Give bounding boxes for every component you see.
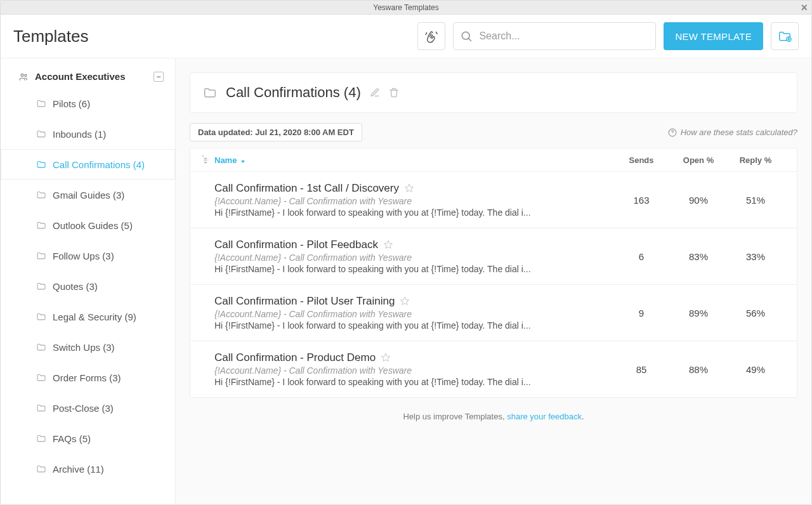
meta-row: Data updated: Jul 21, 2020 8:00 AM EDT H… (190, 123, 797, 141)
template-subject: {!Account.Name} - Call Confirmation with… (214, 253, 613, 263)
folder-plus-icon (778, 30, 792, 43)
template-table: Name Sends Open % Reply % Call Confirmat… (190, 148, 797, 398)
template-preview: Hi {!FirstName} - I look forward to spea… (214, 207, 613, 218)
svg-rect-6 (204, 160, 207, 161)
sidebar-folder-item[interactable]: Legal & Security (9) (1, 301, 175, 332)
sidebar-folder-item[interactable]: Quotes (3) (1, 271, 175, 301)
current-folder-title: Call Confirmations (4) (226, 84, 361, 101)
topbar: Templates NEW TEMPLATE (1, 15, 811, 58)
folder-label: Order Forms (3) (53, 372, 121, 383)
template-name: Call Confirmation - Pilot Feedback (214, 239, 378, 251)
main-panel: Call Confirmations (4) Data updated: Jul… (176, 58, 811, 504)
window-title: Yesware Templates (373, 3, 438, 12)
team-icon (18, 72, 29, 81)
sidebar-folder-item[interactable]: Gmail Guides (3) (1, 180, 175, 210)
search-icon (460, 30, 473, 43)
page-title: Templates (13, 27, 410, 46)
search-field[interactable] (453, 22, 656, 50)
new-folder-button[interactable] (771, 22, 799, 50)
template-reply: 56% (727, 308, 784, 318)
svg-point-5 (202, 155, 204, 157)
star-icon[interactable] (400, 296, 410, 306)
folder-label: Legal & Security (9) (53, 312, 136, 322)
team-header[interactable]: Account Executives − (1, 67, 175, 88)
star-icon[interactable] (381, 353, 391, 363)
star-icon[interactable] (404, 183, 414, 193)
footer-note: Help us improve Templates, share your fe… (190, 412, 797, 421)
folder-label: Quotes (3) (53, 281, 98, 292)
sidebar-folder-item[interactable]: Archive (11) (1, 454, 175, 484)
wave-icon (424, 29, 438, 43)
sidebar: Account Executives − Pilots (6)Inbounds … (1, 58, 176, 504)
folder-label: Follow Ups (3) (53, 251, 114, 261)
folder-label: Call Confirmations (4) (53, 159, 145, 170)
stats-help-link[interactable]: How are these stats calculated? (668, 128, 797, 137)
template-preview: Hi {!FirstName} - I look forward to spea… (214, 377, 613, 387)
folder-label: FAQs (5) (53, 433, 91, 444)
template-sends: 85 (613, 364, 670, 375)
data-updated-pill: Data updated: Jul 21, 2020 8:00 AM EDT (190, 123, 362, 141)
wave-button[interactable] (417, 22, 445, 50)
sort-asc-icon (240, 157, 246, 163)
folder-label: Inbounds (1) (53, 129, 106, 140)
folder-label: Switch Ups (3) (53, 342, 115, 353)
col-sends[interactable]: Sends (613, 155, 670, 165)
table-header: Name Sends Open % Reply % (190, 148, 797, 172)
trash-icon[interactable] (389, 88, 399, 98)
template-subject: {!Account.Name} - Call Confirmation with… (214, 309, 613, 319)
template-sends: 163 (613, 195, 670, 206)
sidebar-folder-item[interactable]: Switch Ups (3) (1, 332, 175, 362)
template-open: 83% (670, 251, 727, 262)
sort-handle-icon[interactable] (197, 155, 214, 165)
template-name: Call Confirmation - Product Demo (214, 351, 376, 364)
svg-point-2 (21, 74, 23, 76)
sidebar-folder-item[interactable]: Inbounds (1) (1, 119, 175, 149)
sidebar-folder-item[interactable]: Follow Ups (3) (1, 240, 175, 271)
content: Account Executives − Pilots (6)Inbounds … (1, 58, 811, 504)
search-input[interactable] (478, 30, 649, 43)
sidebar-folder-item[interactable]: Outlook Guides (5) (1, 210, 175, 240)
sidebar-folder-item[interactable]: Post-Close (3) (1, 393, 175, 423)
template-subject: {!Account.Name} - Call Confirmation with… (214, 365, 613, 376)
template-row[interactable]: Call Confirmation - Pilot User Training{… (190, 285, 797, 341)
template-name: Call Confirmation - 1st Call / Discovery (214, 182, 399, 195)
titlebar: Yesware Templates × (1, 1, 811, 15)
template-open: 89% (670, 308, 727, 318)
col-reply[interactable]: Reply % (727, 155, 784, 165)
sidebar-folder-item[interactable]: Call Confirmations (4) (1, 149, 175, 180)
template-reply: 49% (727, 364, 784, 375)
template-reply: 33% (727, 251, 784, 262)
template-name: Call Confirmation - Pilot User Training (214, 295, 395, 308)
sidebar-folder-item[interactable]: FAQs (5) (1, 423, 175, 454)
svg-point-3 (25, 74, 27, 76)
folder-label: Archive (11) (53, 464, 104, 475)
star-icon[interactable] (383, 240, 393, 250)
edit-icon[interactable] (370, 88, 380, 98)
folder-label: Post-Close (3) (53, 403, 114, 414)
folder-label: Pilots (6) (53, 98, 90, 109)
collapse-icon[interactable]: − (154, 72, 164, 82)
template-row[interactable]: Call Confirmation - Pilot Feedback{!Acco… (190, 228, 797, 285)
new-template-button[interactable]: NEW TEMPLATE (664, 22, 763, 50)
template-reply: 51% (727, 195, 784, 206)
help-icon (668, 128, 677, 137)
folder-header-panel: Call Confirmations (4) (190, 72, 797, 113)
sidebar-folder-item[interactable]: Order Forms (3) (1, 362, 175, 393)
sidebar-folder-item[interactable]: Pilots (6) (1, 88, 175, 119)
template-preview: Hi {!FirstName} - I look forward to spea… (214, 320, 613, 331)
folder-label: Outlook Guides (5) (53, 220, 133, 231)
close-icon[interactable]: × (801, 1, 808, 15)
template-sends: 6 (613, 251, 670, 262)
col-open[interactable]: Open % (670, 155, 727, 165)
folder-icon (203, 86, 217, 99)
template-row[interactable]: Call Confirmation - 1st Call / Discovery… (190, 172, 797, 228)
app-window: Yesware Templates × Templates NEW TEMPLA… (0, 0, 812, 505)
feedback-link[interactable]: share your feedback (507, 412, 582, 421)
col-name[interactable]: Name (214, 155, 613, 165)
template-open: 88% (670, 364, 727, 375)
template-row[interactable]: Call Confirmation - Product Demo{!Accoun… (190, 341, 797, 397)
template-subject: {!Account.Name} - Call Confirmation with… (214, 196, 613, 206)
folder-label: Gmail Guides (3) (53, 190, 124, 200)
template-open: 90% (670, 195, 727, 206)
team-name: Account Executives (35, 71, 126, 82)
